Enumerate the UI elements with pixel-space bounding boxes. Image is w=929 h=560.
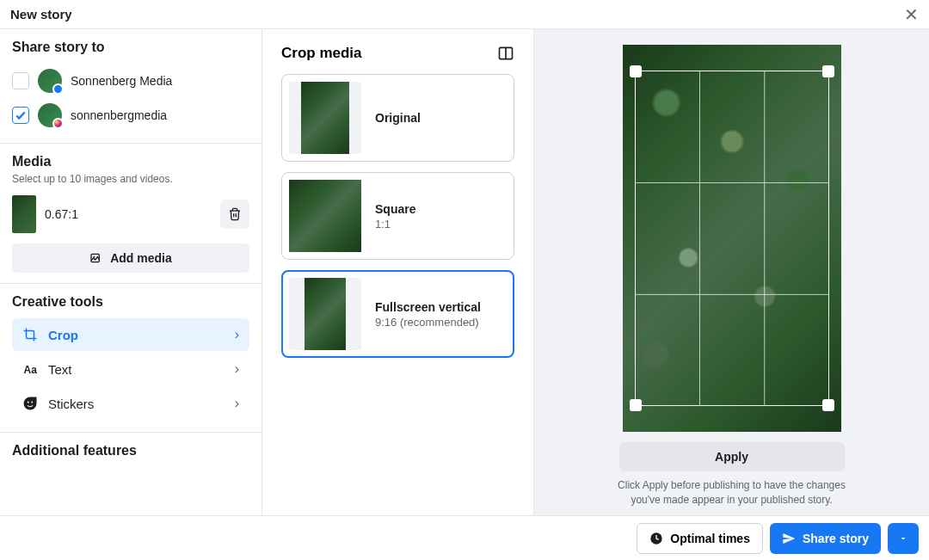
dialog-title: New story: [10, 7, 72, 22]
optimal-times-button[interactable]: Optimal times: [637, 523, 763, 554]
crop-panel: Crop media Original Square 1:1 Fullscree…: [262, 29, 534, 515]
creative-tools-section: Creative tools Crop › Aa Text › Stickers: [0, 284, 261, 433]
tool-label: Text: [48, 362, 72, 377]
share-heading: Share story to: [12, 40, 249, 55]
tool-label: Stickers: [48, 397, 94, 411]
crop-option-sub: 1:1: [375, 218, 415, 231]
share-target-row[interactable]: Sonnenberg Media: [12, 64, 249, 98]
text-icon: Aa: [22, 361, 38, 377]
image-plus-icon: [89, 251, 103, 265]
share-story-label: Share story: [803, 532, 869, 545]
tools-heading: Creative tools: [12, 294, 249, 310]
facebook-badge-icon: [52, 83, 64, 95]
svg-point-3: [28, 402, 29, 403]
chevron-right-icon: ›: [235, 396, 239, 411]
dialog-header: New story ✕: [0, 0, 929, 29]
media-subtext: Select up to 10 images and videos.: [12, 173, 249, 185]
crop-option-title: Fullscreen vertical: [375, 300, 481, 314]
trash-icon: [228, 207, 242, 221]
close-icon[interactable]: ✕: [904, 6, 919, 23]
apply-button[interactable]: Apply: [619, 442, 845, 471]
crop-handle-bl[interactable]: [630, 399, 642, 411]
share-target-name: Sonnenberg Media: [71, 74, 172, 88]
apply-note: Click Apply before publishing to have th…: [612, 478, 852, 508]
crop-option-square[interactable]: Square 1:1: [281, 172, 514, 260]
optimal-times-label: Optimal times: [670, 532, 750, 545]
media-heading: Media: [12, 154, 249, 169]
tool-text[interactable]: Aa Text ›: [12, 353, 249, 385]
crop-handle-br[interactable]: [822, 399, 834, 411]
clock-icon: [649, 532, 663, 545]
crop-handle-tl[interactable]: [630, 65, 642, 77]
crop-option-original[interactable]: Original: [281, 74, 514, 162]
sidebar: Share story to Sonnenberg Media sonnenbe…: [0, 29, 262, 515]
sticker-icon: [22, 396, 38, 411]
media-ratio: 0.67:1: [45, 207, 78, 221]
share-section: Share story to Sonnenberg Media sonnenbe…: [0, 29, 261, 144]
crop-option-sub: 9:16 (recommended): [375, 316, 481, 329]
tool-label: Crop: [48, 328, 78, 342]
media-thumbnail[interactable]: [12, 195, 36, 233]
instagram-badge-icon: [52, 118, 64, 129]
additional-features-section: Additional features: [0, 433, 261, 477]
tool-stickers[interactable]: Stickers ›: [12, 387, 249, 420]
crop-option-title: Square: [375, 202, 415, 216]
svg-text:Aa: Aa: [24, 364, 38, 376]
crop-option-fullscreen-vertical[interactable]: Fullscreen vertical 9:16 (recommended): [281, 270, 514, 358]
avatar: [38, 103, 62, 127]
add-media-button[interactable]: Add media: [12, 243, 249, 273]
tool-crop[interactable]: Crop ›: [12, 318, 249, 351]
crop-thumb: [289, 180, 361, 252]
share-story-button[interactable]: Share story: [770, 523, 881, 554]
preview-image[interactable]: [623, 45, 841, 432]
crop-thumb: [301, 82, 349, 154]
preview-panel: Apply Click Apply before publishing to h…: [534, 29, 929, 515]
aspect-ratio-icon[interactable]: [497, 45, 514, 62]
chevron-right-icon: ›: [235, 361, 239, 377]
share-target-row[interactable]: sonnenbergmedia: [12, 98, 249, 132]
send-icon: [782, 532, 796, 545]
caret-down-icon: [898, 533, 908, 544]
delete-media-button[interactable]: [220, 200, 249, 229]
media-section: Media Select up to 10 images and videos.…: [0, 144, 261, 284]
media-item-row: 0.67:1: [12, 195, 249, 233]
crop-frame[interactable]: [635, 71, 829, 406]
crop-heading: Crop media: [281, 45, 362, 62]
share-target-name: sonnenbergmedia: [71, 108, 167, 122]
chevron-right-icon: ›: [235, 327, 239, 342]
additional-heading: Additional features: [12, 443, 249, 458]
crop-option-title: Original: [375, 111, 421, 125]
crop-handle-tr[interactable]: [822, 65, 834, 77]
share-dropdown-button[interactable]: [888, 523, 919, 554]
svg-point-4: [31, 402, 33, 403]
add-media-label: Add media: [110, 251, 172, 265]
crop-thumb: [305, 278, 346, 350]
avatar: [38, 69, 62, 93]
footer: Optimal times Share story: [0, 515, 929, 560]
checkbox-checked[interactable]: [12, 107, 29, 124]
checkbox-unchecked[interactable]: [12, 72, 29, 89]
crop-icon: [22, 327, 38, 342]
